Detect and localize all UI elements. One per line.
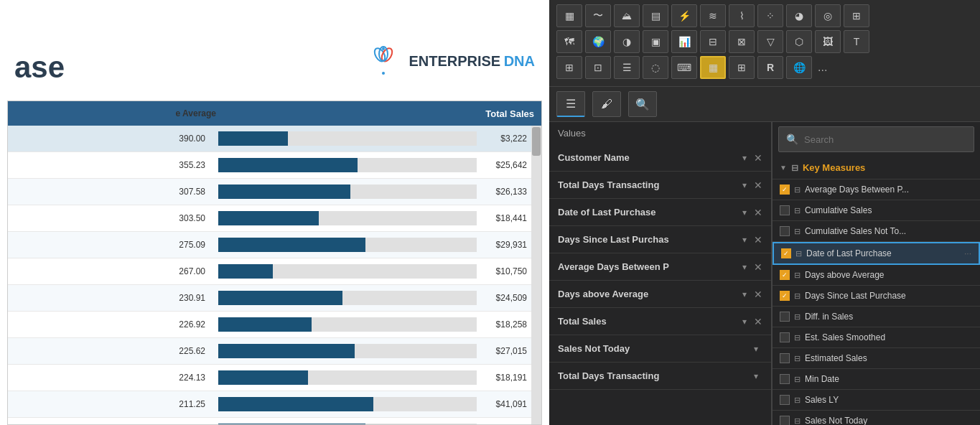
globe-custom-icon[interactable]: 🌐 — [786, 56, 812, 79]
expand-icon[interactable]: ▼ — [780, 164, 787, 172]
field-remove-btn[interactable]: ✕ — [754, 234, 762, 246]
measure-more-btn[interactable]: ··· — [964, 248, 971, 258]
measure-checkbox[interactable] — [780, 416, 790, 425]
map-icon[interactable]: 🗺 — [556, 30, 582, 53]
bar-background — [218, 397, 477, 411]
field-item[interactable]: Date of Last Purchase ▾ ✕ — [549, 199, 771, 226]
measure-item[interactable]: ⊟ Sales Not Today — [773, 411, 980, 425]
bar-background — [218, 158, 477, 172]
measure-checkbox[interactable] — [780, 395, 790, 405]
image-icon[interactable]: 🖼 — [815, 30, 841, 53]
field-dropdown-icon[interactable]: ▾ — [742, 289, 747, 299]
measure-item[interactable]: ⊟ Days Since Last Purchase — [773, 286, 980, 307]
measure-item[interactable]: ⊟ Cumulative Sales — [773, 200, 980, 221]
shape-icon[interactable]: ⬡ — [786, 30, 812, 53]
custom-visual3[interactable]: ☰ — [614, 56, 640, 79]
field-item[interactable]: Total Days Transacting ▾ ✕ — [549, 172, 771, 199]
scroll-thumb[interactable] — [532, 127, 541, 156]
measure-checkbox[interactable] — [780, 185, 790, 195]
measure-checkbox[interactable] — [780, 312, 790, 322]
format-tab[interactable]: 🖌 — [592, 91, 621, 117]
measure-checkbox[interactable] — [780, 270, 790, 280]
measure-item[interactable]: ⊟ Sales LY — [773, 390, 980, 411]
scatter-icon[interactable]: ⁘ — [757, 4, 783, 27]
custom-visual4[interactable]: ◌ — [643, 56, 668, 79]
table-visual-icon[interactable]: ⊟ — [700, 30, 726, 53]
scrollbar[interactable] — [531, 126, 541, 425]
combo-chart-icon[interactable]: ⚡ — [671, 4, 697, 27]
search-input[interactable] — [804, 134, 966, 145]
bar-cell — [213, 368, 491, 388]
text-icon[interactable]: T — [844, 30, 869, 53]
bar-chart-icon[interactable]: ▦ — [556, 4, 582, 27]
fields-column: Values Customer Name ▾ ✕ Total Days Tran… — [549, 122, 772, 425]
field-dropdown-icon[interactable]: ▾ — [742, 153, 747, 163]
slicer-icon[interactable]: ▽ — [757, 30, 783, 53]
measure-item[interactable]: ⊟ Days above Average — [773, 265, 980, 286]
filled-map-icon[interactable]: 🌍 — [585, 30, 611, 53]
waterfall-icon[interactable]: ⌇ — [729, 4, 755, 27]
measure-checkbox[interactable] — [780, 205, 790, 215]
field-remove-btn[interactable]: ✕ — [754, 152, 762, 164]
field-item[interactable]: Days above Average ▾ ✕ — [549, 281, 771, 308]
measure-checkbox[interactable] — [780, 353, 790, 363]
field-dropdown-icon[interactable]: ▾ — [754, 371, 758, 381]
measure-item[interactable]: ⊟ Cumulative Sales Not To... — [773, 221, 980, 242]
measure-checkbox[interactable] — [780, 226, 790, 236]
custom-visual1[interactable]: ⊞ — [556, 56, 582, 79]
gauge-icon[interactable]: ◑ — [614, 30, 640, 53]
search-box[interactable]: 🔍 — [778, 126, 974, 152]
field-name: Total Days Transacting — [558, 179, 742, 190]
donut-icon[interactable]: ◎ — [815, 4, 841, 27]
measure-item[interactable]: ⊟ Diff. in Sales — [773, 307, 980, 327]
stacked-bar-icon[interactable]: ▤ — [643, 4, 668, 27]
field-item[interactable]: Total Days Transacting ▾ — [549, 363, 771, 390]
bar-cell — [213, 341, 491, 361]
field-remove-btn[interactable]: ✕ — [754, 316, 762, 327]
area-chart-icon[interactable]: ⛰ — [614, 4, 640, 27]
more-visuals-btn[interactable]: ... — [815, 61, 830, 74]
matrix-icon[interactable]: ⊠ — [729, 30, 755, 53]
kpi-icon[interactable]: 📊 — [671, 30, 697, 53]
avg-value: 211.25 — [8, 399, 213, 409]
bar-cell — [213, 421, 491, 425]
field-dropdown-icon[interactable]: ▾ — [754, 344, 758, 354]
field-item[interactable]: Days Since Last Purchas ▾ ✕ — [549, 226, 771, 253]
measure-item[interactable]: ⊟ Est. Sales Smoothed — [773, 327, 980, 348]
measure-item[interactable]: ⊟ Estimated Sales — [773, 348, 980, 369]
line-chart-icon[interactable]: 〜 — [585, 4, 611, 27]
custom-visual5[interactable]: ⌨ — [671, 56, 697, 79]
field-item[interactable]: Sales Not Today ▾ — [549, 335, 771, 363]
custom-visual2[interactable]: ⊡ — [585, 56, 611, 79]
measure-checkbox[interactable] — [780, 374, 790, 384]
measure-checkbox[interactable] — [781, 248, 791, 258]
field-dropdown-icon[interactable]: ▾ — [742, 235, 747, 245]
fields-tab[interactable]: ☰ — [556, 91, 585, 117]
field-item[interactable]: Customer Name ▾ ✕ — [549, 144, 771, 172]
measure-name: Average Days Between P... — [805, 185, 973, 195]
field-dropdown-icon[interactable]: ▾ — [742, 180, 747, 190]
field-remove-btn[interactable]: ✕ — [754, 207, 762, 218]
card-icon[interactable]: ▣ — [643, 30, 668, 53]
custom-visual6[interactable]: ⊞ — [729, 56, 755, 79]
ribbon-chart-icon[interactable]: ≋ — [700, 4, 726, 27]
field-dropdown-icon[interactable]: ▾ — [742, 262, 747, 272]
r-icon[interactable]: R — [757, 56, 783, 79]
field-dropdown-icon[interactable]: ▾ — [742, 207, 747, 218]
field-remove-btn[interactable]: ✕ — [754, 261, 762, 273]
highlighted-grid-icon[interactable]: ▦ — [700, 56, 726, 79]
treemap-icon[interactable]: ⊞ — [844, 4, 869, 27]
analytics-tab[interactable]: 🔍 — [628, 91, 657, 117]
field-item[interactable]: Average Days Between P ▾ ✕ — [549, 253, 771, 281]
pie-icon[interactable]: ◕ — [786, 4, 812, 27]
measure-checkbox[interactable] — [780, 291, 790, 301]
field-dropdown-icon[interactable]: ▾ — [742, 317, 747, 327]
measure-item[interactable]: ⊟ Average Days Between P... — [773, 179, 980, 200]
field-remove-btn[interactable]: ✕ — [754, 179, 762, 191]
field-item[interactable]: Total Sales ▾ ✕ — [549, 308, 771, 335]
measure-item[interactable]: ⊟ Min Date — [773, 369, 980, 390]
measure-item[interactable]: ⊟ Date of Last Purchase ··· — [773, 242, 980, 265]
avg-value: 355.23 — [8, 160, 213, 170]
field-remove-btn[interactable]: ✕ — [754, 289, 762, 300]
measure-checkbox[interactable] — [780, 332, 790, 342]
